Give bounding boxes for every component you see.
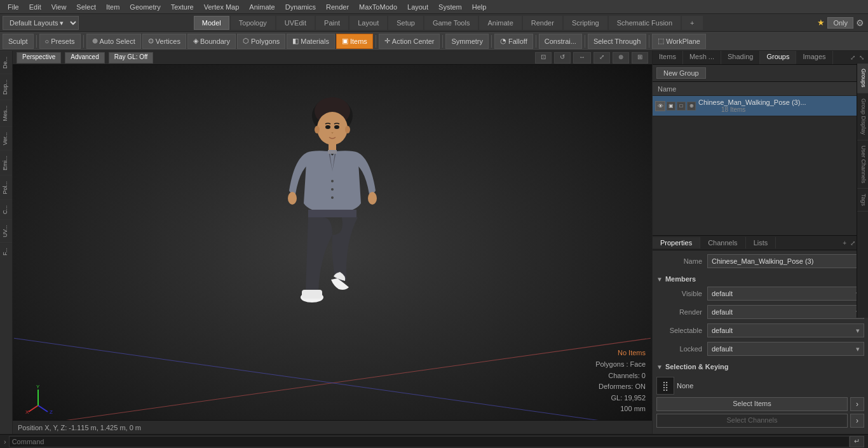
boundary-button[interactable]: ◈ Boundary (187, 34, 236, 49)
panel-tab-groups[interactable]: Groups (760, 51, 796, 64)
vp-mode-btn[interactable]: Perspective (17, 52, 61, 64)
prop-tab-lists[interactable]: Lists (746, 237, 776, 248)
prop-add-icon[interactable]: + (841, 240, 848, 247)
menu-animate[interactable]: Animate (244, 2, 280, 12)
workplane-button[interactable]: ⬚ WorkPlane (652, 34, 706, 49)
panel-tab-shading[interactable]: Shading (721, 51, 760, 64)
rvtab-groups[interactable]: Groups (857, 64, 868, 93)
tab-schematic[interactable]: Schematic Fusion (609, 16, 681, 30)
name-input[interactable] (707, 254, 864, 268)
vp-advanced-btn[interactable]: Advanced (65, 52, 104, 64)
tab-render[interactable]: Render (523, 16, 562, 30)
materials-button[interactable]: ◧ Materials (287, 34, 335, 49)
group-visibility-icon[interactable]: 👁 (655, 101, 665, 111)
visible-select[interactable]: default ▾ (707, 287, 864, 301)
vp-ctrl-3[interactable]: ↔ (573, 52, 591, 64)
sidebar-tab-pol[interactable]: Pol... (0, 175, 12, 200)
members-section-header[interactable]: ▼ Members (656, 275, 864, 283)
select-items-button[interactable]: Select Items (656, 397, 848, 411)
star-icon[interactable]: ★ (817, 18, 825, 27)
panel-shrink-icon[interactable]: ⤡ (858, 54, 865, 61)
sidebar-tab-f[interactable]: F... (0, 242, 12, 261)
tab-scripting[interactable]: Scripting (564, 16, 607, 30)
panel-tab-items[interactable]: Items (653, 51, 683, 64)
group-expand-icon[interactable]: ⊕ (687, 102, 696, 111)
prop-tab-channels[interactable]: Channels (700, 237, 745, 248)
rvtab-tags[interactable]: Tags (857, 189, 868, 212)
action-center-button[interactable]: ✛ Action Center (379, 34, 440, 49)
select-through-button[interactable]: Select Through (588, 34, 646, 49)
falloff-button[interactable]: ◔ Falloff (494, 34, 533, 49)
menu-geometry[interactable]: Geometry (125, 2, 165, 12)
vertices-button[interactable]: ⊙ Vertices (142, 34, 186, 49)
tab-topology[interactable]: Topology (231, 16, 275, 30)
selection-keying-header[interactable]: ▼ Selection & Keying (656, 363, 864, 370)
items-button[interactable]: ▣ Items (336, 34, 373, 49)
menu-dynamics[interactable]: Dynamics (280, 2, 321, 12)
tab-paint[interactable]: Paint (316, 16, 348, 30)
menu-render[interactable]: Render (321, 2, 354, 12)
vp-raygl-btn[interactable]: Ray GL: Off (109, 52, 154, 64)
sidebar-tab-dup[interactable]: Dup... (0, 74, 12, 100)
panel-tab-images[interactable]: Images (796, 51, 832, 64)
panel-tab-mesh[interactable]: Mesh ... (683, 51, 721, 64)
group-render-icon[interactable]: ▣ (667, 102, 675, 111)
command-input[interactable] (9, 436, 850, 447)
vp-ctrl-4[interactable]: ⤢ (593, 52, 610, 64)
tab-setup[interactable]: Setup (388, 16, 423, 30)
polygons-button[interactable]: ⬡ Polygons (237, 34, 285, 49)
selectable-select[interactable]: default ▾ (707, 323, 864, 337)
sidebar-tab-ver[interactable]: Ver... (0, 126, 12, 151)
sculpt-button[interactable]: Sculpt (3, 34, 34, 49)
menu-texture[interactable]: Texture (166, 2, 199, 12)
select-channels-chevron-icon[interactable]: › (850, 414, 864, 428)
vp-ctrl-1[interactable]: ⊡ (535, 52, 552, 64)
vp-ctrl-6[interactable]: ⊞ (632, 52, 648, 64)
rvtab-group-display[interactable]: Group Display (857, 93, 868, 140)
rvtab-user-channels[interactable]: User Channels (857, 140, 868, 189)
group-item[interactable]: 👁 ▣ □ ⊕ Chinese_Man_Walking_Pose (3)... … (653, 96, 868, 116)
sidebar-tab-c[interactable]: C... (0, 200, 12, 219)
menu-help[interactable]: Help (467, 2, 492, 12)
tab-model[interactable]: Model (194, 16, 229, 30)
menu-maxtomodo[interactable]: MaxToModo (354, 2, 402, 12)
menu-view[interactable]: View (46, 2, 72, 12)
menu-vertex-map[interactable]: Vertex Map (199, 2, 245, 12)
settings-icon[interactable]: ⚙ (856, 18, 864, 28)
prop-expand-icon[interactable]: ⤢ (849, 240, 857, 247)
layout-dropdown[interactable]: Default Layouts ▾ (3, 16, 79, 30)
new-group-button[interactable]: New Group (656, 67, 706, 79)
tab-animate[interactable]: Animate (479, 16, 521, 30)
tab-layout[interactable]: Layout (349, 16, 387, 30)
only-button[interactable]: Only (827, 17, 853, 29)
menu-file[interactable]: File (3, 2, 24, 12)
auto-select-button[interactable]: ⊕ Auto Select (86, 34, 141, 49)
tab-game-tools[interactable]: Game Tools (424, 16, 478, 30)
sidebar-tab-de[interactable]: De... (0, 51, 12, 74)
menu-select[interactable]: Select (71, 2, 101, 12)
tab-uvedit[interactable]: UVEdit (276, 16, 315, 30)
menu-layout[interactable]: Layout (402, 2, 433, 12)
group-lock-icon[interactable]: □ (677, 102, 686, 111)
prop-tab-properties[interactable]: Properties (653, 237, 700, 248)
select-items-chevron-icon[interactable]: › (850, 397, 864, 411)
constraint-button[interactable]: Constrai... (539, 34, 582, 49)
render-select[interactable]: default ▾ (707, 305, 864, 319)
sidebar-tab-mesh[interactable]: Mes... (0, 100, 12, 126)
menu-system[interactable]: System (433, 2, 467, 12)
sidebar-tab-emi[interactable]: Emi... (0, 150, 12, 175)
tab-add[interactable]: + (682, 16, 702, 30)
symmetry-button[interactable]: Symmetry (445, 34, 489, 49)
select-channels-button[interactable]: Select Channels (656, 414, 848, 428)
viewport-canvas[interactable]: X Z Y No Items Polygons : Face Channels:… (13, 65, 652, 434)
panel-expand-icon[interactable]: ⤢ (849, 54, 857, 61)
vp-ctrl-5[interactable]: ⊕ (613, 52, 629, 64)
cmd-submit-button[interactable]: ↵ (850, 436, 864, 447)
presets-button[interactable]: ○ Presets (39, 34, 81, 49)
sidebar-tab-uv[interactable]: UV... (0, 219, 12, 242)
menu-item[interactable]: Item (101, 2, 125, 12)
locked-select[interactable]: default ▾ (707, 342, 864, 356)
viewport[interactable]: Perspective Advanced Ray GL: Off ⊡ ↺ ↔ ⤢… (13, 51, 652, 434)
vp-ctrl-2[interactable]: ↺ (554, 52, 571, 64)
menu-edit[interactable]: Edit (24, 2, 46, 12)
